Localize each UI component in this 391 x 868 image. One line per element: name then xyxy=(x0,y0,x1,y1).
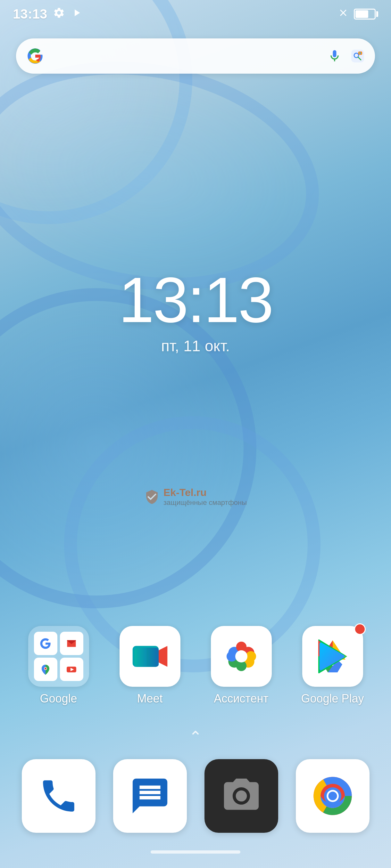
svg-rect-0 xyxy=(351,50,364,62)
watermark-shield-icon xyxy=(144,489,160,505)
watermark-brand: Ek-Tel.ru xyxy=(163,487,247,498)
settings-icon xyxy=(53,7,65,22)
svg-point-5 xyxy=(360,53,361,54)
mini-app-gmail xyxy=(60,632,83,655)
svg-rect-17 xyxy=(134,648,159,667)
notification-badge xyxy=(354,623,366,635)
clock-time: 13:13 xyxy=(119,268,273,332)
watermark: Ek-Tel.ru защищённые смартфоны xyxy=(144,487,247,507)
clock-date: пт, 11 окт. xyxy=(161,337,230,355)
mini-app-maps xyxy=(34,658,57,681)
svg-point-37 xyxy=(328,792,337,800)
search-icons xyxy=(327,48,365,64)
app-item-meet[interactable]: Meet xyxy=(113,626,187,705)
meet-icon xyxy=(119,626,180,687)
arrow-up-icon: ⌃ xyxy=(189,728,202,746)
app-grid: Google xyxy=(0,620,391,721)
status-left: 13:13 xyxy=(13,6,82,22)
app-label-google: Google xyxy=(40,692,77,705)
status-bar: 13:13 xyxy=(0,0,391,26)
mini-app-youtube xyxy=(60,658,83,681)
dock-camera[interactable] xyxy=(204,759,278,833)
app-item-google-play[interactable]: Google Play xyxy=(296,626,369,705)
search-bar[interactable] xyxy=(16,38,375,74)
app-row: Google xyxy=(13,620,378,712)
watermark-text: Ek-Tel.ru защищённые смартфоны xyxy=(163,487,247,507)
google-play-icon xyxy=(302,626,363,687)
watermark-tagline: защищённые смартфоны xyxy=(163,498,247,507)
dock-messages[interactable] xyxy=(113,759,187,833)
assistant-icon xyxy=(211,626,272,687)
app-item-assistant[interactable]: Ассистент xyxy=(204,626,278,705)
svg-point-28 xyxy=(235,650,247,662)
close-icon xyxy=(338,7,349,21)
google-folder-icon xyxy=(28,626,89,687)
google-logo xyxy=(26,46,45,66)
app-label-assistant: Ассистент xyxy=(214,692,269,705)
media-play-icon xyxy=(71,7,82,22)
nav-bar xyxy=(0,842,391,868)
status-right xyxy=(338,7,378,21)
app-label-meet: Meet xyxy=(137,692,163,705)
status-time: 13:13 xyxy=(13,6,47,22)
battery-icon xyxy=(354,9,378,20)
app-item-google-folder[interactable]: Google xyxy=(22,626,95,705)
mini-app-google xyxy=(34,632,57,655)
svg-point-8 xyxy=(45,668,47,670)
app-drawer-button[interactable]: ⌃ xyxy=(0,721,391,753)
app-label-google-play: Google Play xyxy=(301,692,364,705)
dock-row xyxy=(13,759,378,833)
clock-area: 13:13 пт, 11 окт. xyxy=(0,80,391,524)
search-bar-container xyxy=(0,26,391,80)
dock-chrome[interactable] xyxy=(296,759,369,833)
dock-phone[interactable] xyxy=(22,759,95,833)
lens-icon[interactable] xyxy=(350,48,365,64)
dock xyxy=(0,753,391,842)
mic-icon[interactable] xyxy=(327,48,342,64)
nav-home-pill[interactable] xyxy=(150,850,240,854)
